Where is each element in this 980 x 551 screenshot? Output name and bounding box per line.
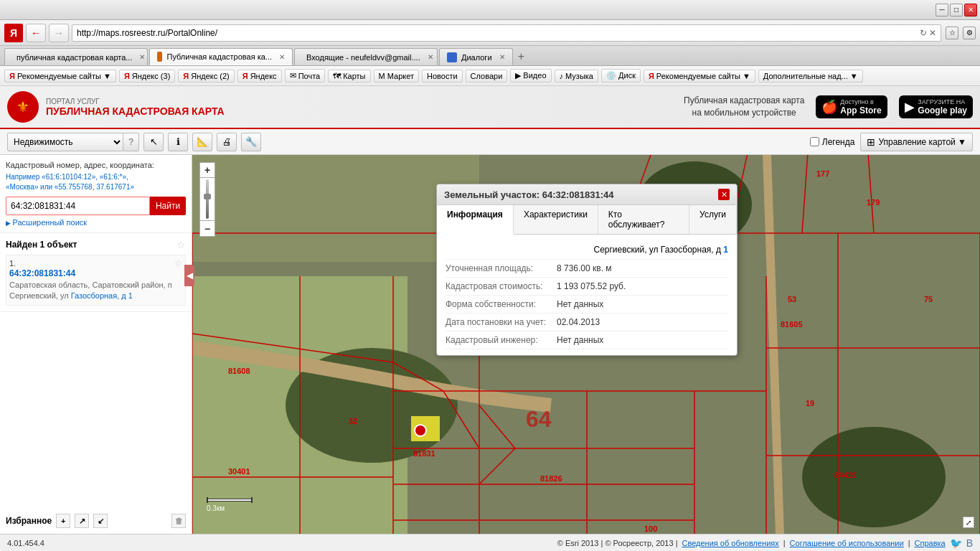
info-label-cost: Кадастровая стоимость: bbox=[446, 281, 557, 291]
copyright-text: © Esri 2013 | © Росреестр, 2013 | bbox=[557, 539, 678, 547]
scale-middle bbox=[208, 499, 251, 501]
bookmark-yandex-2[interactable]: Я Яндекс (2) bbox=[178, 70, 234, 83]
bookmark-ya-3: Я bbox=[242, 72, 248, 80]
bookmark-label-3: Яндекс bbox=[250, 72, 277, 80]
search-example: Например «61:6:10104:12», «61:6:*»,«Моск… bbox=[6, 172, 186, 192]
sep2: | bbox=[908, 539, 910, 547]
result-address-link[interactable]: Газосборная, д 1 bbox=[71, 291, 133, 300]
property-type-select[interactable]: Недвижимость Кадастровые кварталы Террит… bbox=[7, 133, 123, 151]
grid-icon: ⊞ bbox=[867, 136, 875, 148]
print-tool-btn[interactable]: 🖨 bbox=[217, 133, 237, 151]
fav-import-btn[interactable]: ↙ bbox=[93, 514, 108, 528]
site-logo: ⚜ ПОРТАЛ УСЛУГ ПУБЛИЧНАЯ КАДАСТРОВАЯ КАР… bbox=[7, 91, 225, 123]
popup-tab-services[interactable]: Услуги bbox=[689, 205, 737, 234]
tab-3[interactable]: Диалоги ✕ bbox=[439, 48, 513, 65]
legend-checkbox[interactable] bbox=[810, 137, 819, 146]
bookmark-disk-label: 💿 Диск bbox=[606, 71, 636, 80]
star-btn[interactable]: ☆ bbox=[946, 27, 958, 39]
maximize-btn[interactable]: □ bbox=[950, 4, 963, 17]
info-popup: Земельный участок: 64:32:081831:44 ✕ Инф… bbox=[436, 184, 738, 356]
cadastral-search-input[interactable] bbox=[6, 197, 150, 215]
tab-1[interactable]: Публичная кадастровая ка... ✕ bbox=[149, 48, 293, 65]
bookmark-yandex-1[interactable]: Я Яндекс (3) bbox=[119, 70, 175, 83]
bookmark-mail[interactable]: ✉ Почта bbox=[285, 69, 326, 83]
zoom-in-btn[interactable]: + bbox=[199, 162, 215, 178]
tab-close-1[interactable]: ✕ bbox=[279, 53, 285, 61]
bookmark-yandex-3[interactable]: Я Яндекс bbox=[237, 70, 282, 83]
bookmark-maps[interactable]: 🗺 Карты bbox=[328, 70, 370, 83]
zoom-slider[interactable] bbox=[199, 178, 215, 221]
bookmark-rec2-label: Рекомендуемые сайты ▼ bbox=[656, 72, 750, 80]
bookmark-disk[interactable]: 💿 Диск bbox=[601, 69, 641, 83]
cursor-tool-btn[interactable]: ↖ bbox=[143, 133, 164, 151]
settings-btn[interactable]: ⚙ bbox=[963, 27, 976, 39]
search-button[interactable]: Найти bbox=[150, 197, 186, 215]
appstore-btn[interactable]: 🍎 Доступно в App Store bbox=[816, 95, 887, 118]
toolbar-right: Легенда ⊞ Управление картой ▼ bbox=[810, 133, 973, 151]
measure-tool-btn[interactable]: 📐 bbox=[192, 133, 212, 151]
popup-tab-chars[interactable]: Характеристики bbox=[514, 205, 598, 234]
property-select-wrap: Недвижимость Кадастровые кварталы Террит… bbox=[7, 133, 139, 151]
popup-content: Сергиевский, ул Газосборная, д 1 Уточнен… bbox=[437, 235, 737, 355]
googleplay-btn[interactable]: ▶ ЗАГРУЗИТЕ НА Google play bbox=[899, 95, 973, 118]
fullscreen-btn[interactable]: ⤢ bbox=[963, 517, 974, 528]
bookmark-results-icon[interactable]: ☆ bbox=[176, 239, 186, 250]
bookmark-icon-0: Я bbox=[9, 72, 15, 80]
tab-close-3[interactable]: ✕ bbox=[499, 53, 505, 61]
zoom-out-btn[interactable]: − bbox=[199, 221, 215, 237]
result-star-0[interactable]: ☆ bbox=[174, 258, 182, 268]
bookmark-extra[interactable]: Дополнительные над... ▼ bbox=[758, 70, 863, 83]
legend-checkbox-label[interactable]: Легенда bbox=[810, 137, 855, 147]
agreement-link[interactable]: Соглашение об использовании bbox=[790, 539, 904, 547]
address-input[interactable] bbox=[77, 28, 920, 38]
bookmark-news[interactable]: Новости bbox=[422, 70, 463, 83]
map-management-btn[interactable]: ⊞ Управление картой ▼ bbox=[860, 133, 973, 151]
back-btn[interactable]: ← bbox=[26, 24, 46, 42]
result-cadastral-0[interactable]: 64:32:081831:44 bbox=[9, 268, 182, 278]
popup-tabs: Информация Характеристики Кто обслуживае… bbox=[437, 205, 737, 235]
tab-close-0[interactable]: ✕ bbox=[139, 53, 145, 61]
new-tab-btn[interactable]: + bbox=[514, 48, 529, 65]
legend-label: Легенда bbox=[822, 137, 855, 147]
wrench-tool-btn[interactable]: 🔧 bbox=[241, 133, 261, 151]
bookmark-dict[interactable]: Словари bbox=[466, 70, 508, 83]
info-value-cost: 1 193 075.52 руб. bbox=[557, 281, 626, 291]
advanced-search-link[interactable]: Расширенный поиск bbox=[6, 218, 186, 227]
fav-export-btn[interactable]: ↗ bbox=[75, 514, 89, 528]
bookmark-video[interactable]: ▶ Видео bbox=[510, 69, 551, 83]
bookmark-dict-label: Словари bbox=[471, 72, 503, 80]
info-row-date: Дата постановки на учет: 02.04.2013 bbox=[446, 314, 728, 331]
bookmark-recommended-1[interactable]: Я Рекомендуемые сайты ▼ bbox=[4, 70, 116, 83]
bookmark-ya-rec2: Я bbox=[649, 72, 654, 80]
address-bar[interactable]: ↻ ✕ bbox=[72, 24, 941, 42]
tab-close-2[interactable]: ✕ bbox=[428, 53, 433, 61]
help-link[interactable]: Справка bbox=[915, 539, 946, 547]
forward-btn[interactable]: → bbox=[49, 24, 69, 42]
sidebar-toggle-btn[interactable]: ◀ bbox=[184, 265, 194, 286]
result-item-0[interactable]: 1. ☆ 64:32:081831:44 Саратовская область… bbox=[6, 255, 186, 306]
popup-tab-info[interactable]: Информация bbox=[437, 205, 514, 235]
bookmark-music[interactable]: ♪ Музыка bbox=[555, 70, 598, 83]
rosreestr-emblem: ⚜ bbox=[7, 91, 39, 123]
bookmark-maps-icon: 🗺 bbox=[333, 72, 341, 80]
info-tool-btn[interactable]: ℹ bbox=[168, 133, 188, 151]
status-bar: 4.01.454.4 © Esri 2013 | © Росреестр, 20… bbox=[0, 534, 980, 551]
fav-add-btn[interactable]: + bbox=[56, 514, 70, 528]
close-btn[interactable]: ✕ bbox=[964, 4, 977, 17]
info-value-engineer: Нет данных bbox=[557, 335, 603, 345]
bookmark-recommended-2[interactable]: Я Рекомендуемые сайты ▼ bbox=[644, 70, 755, 83]
tab-0[interactable]: публичная кадастровая карта... ✕ bbox=[4, 48, 148, 65]
popup-tab-service[interactable]: Кто обслуживает? bbox=[598, 205, 689, 234]
updates-link[interactable]: Сведения об обновлениях bbox=[682, 539, 779, 547]
minimize-btn[interactable]: ─ bbox=[936, 4, 948, 17]
sidebar-spacer bbox=[0, 312, 192, 508]
select-help-btn[interactable]: ? bbox=[123, 133, 139, 151]
bookmark-market[interactable]: М Маркет bbox=[374, 70, 419, 83]
tab-2[interactable]: Входящие - neufeldvv@gmail.... ✕ bbox=[294, 48, 438, 65]
fav-delete-btn[interactable]: 🗑 bbox=[171, 514, 186, 528]
refresh-icon[interactable]: ↻ ✕ bbox=[920, 28, 936, 38]
results-count: Найден 1 объект bbox=[6, 240, 77, 250]
popup-close-btn[interactable]: ✕ bbox=[718, 189, 730, 200]
popup-address-num: 1 bbox=[723, 245, 728, 255]
map-container[interactable]: 177 179 75 81605 19 81608 32 81831 64 81… bbox=[192, 155, 980, 534]
